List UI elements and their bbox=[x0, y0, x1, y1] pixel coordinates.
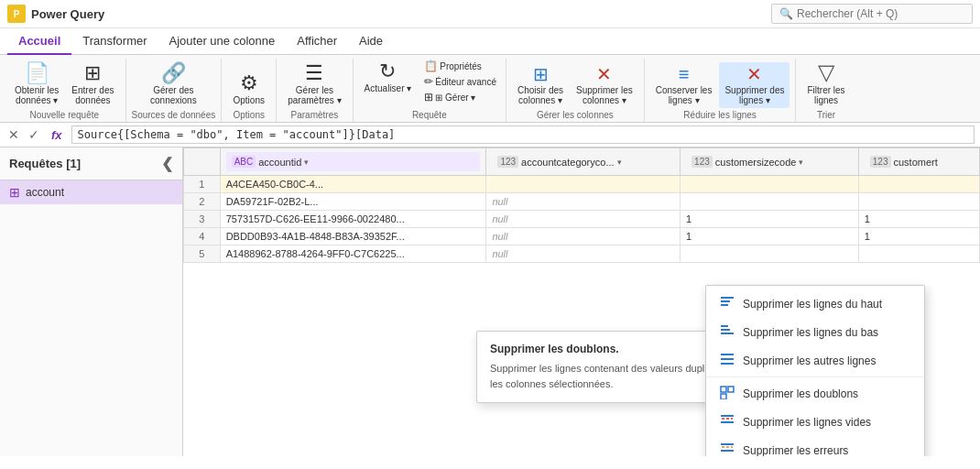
search-icon: 🔍 bbox=[779, 7, 793, 20]
ribbon-group-parametres: ☰ Gérer les paramètres ▾ Paramètres bbox=[277, 59, 353, 122]
filter-rows-button[interactable]: ▽ Filtrer les lignes bbox=[801, 59, 850, 108]
menu-item-autres[interactable]: Supprimer les autres lignes bbox=[706, 346, 924, 375]
choose-columns-button[interactable]: ⊞ Choisir des colonnes ▾ bbox=[512, 62, 569, 108]
sidebar-collapse-button[interactable]: ❮ bbox=[161, 155, 173, 172]
cell-size-1 bbox=[681, 176, 859, 193]
svg-rect-2 bbox=[721, 304, 728, 306]
properties-label: Propriétés bbox=[440, 61, 482, 71]
formula-buttons: ✕ ✓ bbox=[5, 127, 42, 142]
col-dropdown-size[interactable]: ▾ bbox=[799, 158, 803, 167]
svg-rect-7 bbox=[721, 358, 734, 360]
connections-label: Gérer des bbox=[153, 85, 193, 95]
group-label-requete: Requête bbox=[412, 110, 447, 120]
keep-rows-label: Conserver les bbox=[656, 85, 713, 95]
svg-rect-3 bbox=[721, 325, 728, 327]
formula-confirm-button[interactable]: ✓ bbox=[26, 127, 42, 142]
app-title: Power Query bbox=[31, 7, 104, 21]
col-header-custom: 123 customert bbox=[858, 148, 979, 176]
ribbon-group-requete: ↻ Actualiser ▾ 📋 Propriétés ✏ Éditeur av… bbox=[354, 59, 506, 122]
tab-afficher[interactable]: Afficher bbox=[286, 28, 348, 55]
svg-rect-8 bbox=[721, 363, 734, 365]
tab-accueil[interactable]: Accueil bbox=[7, 28, 71, 55]
refresh-button[interactable]: ↻ Actualiser ▾ bbox=[359, 59, 418, 96]
col-dropdown-accountid[interactable]: ▾ bbox=[304, 158, 309, 167]
properties-button[interactable]: 📋 Propriétés bbox=[420, 59, 500, 73]
formula-cancel-button[interactable]: ✕ bbox=[5, 127, 22, 142]
keep-rows-icon: ≡ bbox=[679, 65, 690, 83]
tab-aide[interactable]: Aide bbox=[348, 28, 394, 55]
menu-item-erreurs[interactable]: Supprimer les erreurs bbox=[706, 436, 924, 456]
menu-item-haut[interactable]: Supprimer les lignes du haut bbox=[706, 289, 924, 318]
row-num-header bbox=[184, 148, 221, 176]
search-input[interactable] bbox=[797, 7, 943, 20]
svg-rect-1 bbox=[721, 300, 730, 302]
row-num-5: 5 bbox=[184, 245, 221, 263]
title-bar: P Power Query 🔍 bbox=[0, 0, 980, 28]
remove-columns-button[interactable]: ✕ Supprimer les colonnes ▾ bbox=[571, 62, 638, 108]
ribbon-group-sources: 🔗 Gérer des connexions Sources de donnée… bbox=[126, 59, 223, 122]
cell-accountid-5: A1488962-8788-4264-9FF0-C7C6225... bbox=[220, 245, 486, 263]
col-header-cat: 123 accountcategoryco... ▾ bbox=[486, 148, 681, 176]
cell-size-4: 1 bbox=[681, 228, 859, 245]
sidebar-item-account[interactable]: ⊞ account bbox=[0, 180, 182, 204]
main-area: Requêtes [1] ❮ ⊞ account ABC accountid ▾ bbox=[0, 147, 980, 456]
remove-rows-label: Supprimer des bbox=[724, 85, 784, 95]
group-label-options: Options bbox=[234, 110, 265, 120]
row-num-2: 2 bbox=[184, 193, 221, 211]
menu-icon-autres bbox=[719, 352, 735, 369]
filter-label2: lignes bbox=[814, 95, 838, 105]
obtain-data-button[interactable]: 📄 Obtenir les données ▾ bbox=[9, 60, 64, 108]
svg-rect-14 bbox=[721, 421, 734, 423]
refresh-label: Actualiser ▾ bbox=[365, 83, 412, 93]
col-dropdown-cat[interactable]: ▾ bbox=[617, 158, 622, 167]
enter-data-icon: ⊞ bbox=[84, 63, 101, 83]
manage-params-button[interactable]: ☰ Gérer les paramètres ▾ bbox=[282, 60, 346, 108]
title-bar-left: P Power Query bbox=[7, 5, 104, 23]
tab-ajouter[interactable]: Ajouter une colonne bbox=[158, 28, 287, 55]
cell-accountid-3: 7573157D-C626-EE11-9966-0022480... bbox=[220, 211, 486, 228]
keep-rows-button[interactable]: ≡ Conserver les lignes ▾ bbox=[650, 62, 718, 108]
cell-custom-4: 1 bbox=[858, 228, 979, 245]
manage-query-button[interactable]: ⊞ ⊞ Gérer ▾ bbox=[420, 90, 500, 104]
tab-transformer[interactable]: Transformer bbox=[71, 28, 158, 55]
connections-icon: 🔗 bbox=[161, 63, 186, 83]
svg-rect-17 bbox=[721, 450, 734, 452]
table-row: 4 DBDD0B93-4A1B-4848-B83A-39352F... null… bbox=[184, 228, 980, 245]
menu-label-haut: Supprimer les lignes du haut bbox=[743, 298, 882, 311]
svg-rect-4 bbox=[721, 329, 730, 331]
table-row: 3 7573157D-C626-EE11-9966-0022480... nul… bbox=[184, 211, 980, 228]
obtain-data-label2: données ▾ bbox=[16, 95, 58, 105]
enter-data-label: Entrer des bbox=[71, 85, 114, 95]
menu-label-bas: Supprimer les lignes du bas bbox=[743, 326, 878, 339]
svg-rect-11 bbox=[721, 394, 726, 399]
advanced-editor-button[interactable]: ✏ Éditeur avancé bbox=[420, 74, 500, 89]
ribbon-toolbar: 📄 Obtenir les données ▾ ⊞ Entrer des don… bbox=[0, 55, 980, 123]
remove-rows-icon: ✕ bbox=[746, 65, 762, 83]
formula-input[interactable]: Source{[Schema = "dbo", Item = "account"… bbox=[71, 125, 975, 144]
ribbon-group-nouvelle-requete: 📄 Obtenir les données ▾ ⊞ Entrer des don… bbox=[4, 59, 126, 122]
menu-item-doublons[interactable]: Supprimer les doublons bbox=[706, 379, 924, 408]
menu-item-bas[interactable]: Supprimer les lignes du bas bbox=[706, 318, 924, 346]
remove-rows-button[interactable]: ✕ Supprimer des lignes ▾ bbox=[719, 62, 789, 108]
cell-accountid-1: A4CEA450-CB0C-4... bbox=[220, 176, 486, 193]
menu-item-vides[interactable]: Supprimer les lignes vides bbox=[706, 408, 924, 436]
cell-accountid-2: DA59721F-02B2-L... bbox=[220, 193, 486, 211]
group-label-params: Paramètres bbox=[291, 110, 339, 120]
cell-cat-1 bbox=[486, 176, 681, 193]
sidebar-item-label: account bbox=[26, 186, 64, 199]
enter-data-button[interactable]: ⊞ Entrer des données bbox=[66, 60, 119, 108]
properties-icon: 📋 bbox=[424, 60, 438, 72]
data-grid: ABC accountid ▾ 123 accountcategoryco...… bbox=[183, 147, 980, 263]
choose-col-icon: ⊞ bbox=[533, 65, 549, 83]
svg-rect-15 bbox=[721, 443, 734, 445]
filter-icon: ▽ bbox=[818, 61, 834, 83]
col-type-custom: 123 bbox=[870, 156, 891, 168]
manage-connections-button[interactable]: 🔗 Gérer des connexions bbox=[145, 60, 202, 108]
col-type-cat: 123 bbox=[497, 156, 518, 168]
enter-data-label2: données bbox=[75, 95, 110, 105]
connections-label2: connexions bbox=[150, 95, 197, 105]
menu-icon-bas bbox=[719, 323, 735, 341]
options-button[interactable]: ⚙ Options bbox=[228, 71, 270, 108]
search-box[interactable]: 🔍 bbox=[771, 4, 973, 24]
group-label-lignes: Réduire les lignes bbox=[683, 110, 757, 120]
